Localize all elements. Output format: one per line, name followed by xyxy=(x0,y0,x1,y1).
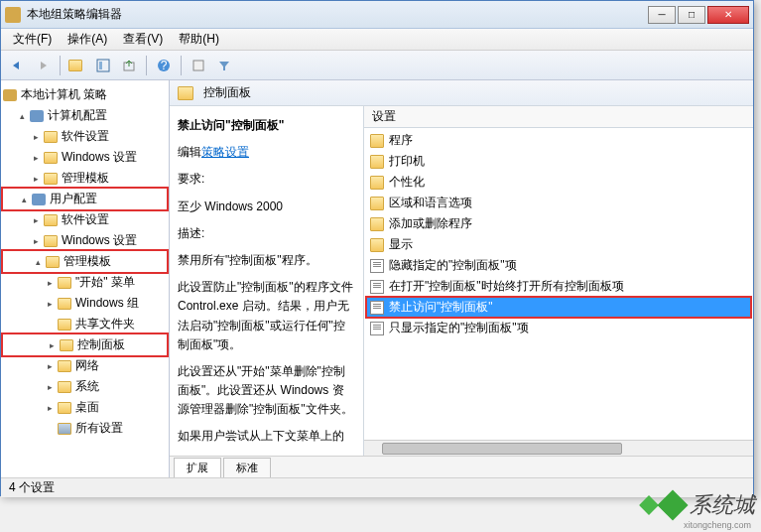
tab-extended[interactable]: 扩展 xyxy=(174,458,221,477)
window-title: 本地组策略编辑器 xyxy=(27,6,648,23)
tree-root[interactable]: 本地计算机 策略 xyxy=(3,84,167,105)
folder-icon xyxy=(44,173,58,185)
folder-icon xyxy=(370,155,384,169)
help-button[interactable]: ? xyxy=(152,54,176,77)
minimize-button[interactable]: ─ xyxy=(648,6,676,24)
expand-icon[interactable]: ▸ xyxy=(45,298,56,309)
expand-icon[interactable]: ▸ xyxy=(45,277,56,288)
back-button[interactable] xyxy=(5,54,29,77)
filter-button[interactable] xyxy=(212,54,236,77)
filter-icon xyxy=(217,59,231,72)
tree-network[interactable]: ▸网络 xyxy=(3,355,167,376)
setting-item[interactable]: 显示 xyxy=(366,234,751,255)
setting-item[interactable]: 打印机 xyxy=(366,151,751,172)
tree-system[interactable]: ▸系统 xyxy=(3,376,167,397)
setting-item[interactable]: 只显示指定的"控制面板"项 xyxy=(366,318,751,338)
menubar: 文件(F) 操作(A) 查看(V) 帮助(H) xyxy=(1,29,753,51)
arrow-left-icon xyxy=(9,60,25,71)
export-button[interactable] xyxy=(117,54,141,77)
setting-label: 禁止访问"控制面板" xyxy=(389,299,493,316)
folder-icon xyxy=(370,238,384,252)
tree-user-config[interactable]: ▴用户配置 xyxy=(5,189,165,209)
collapse-icon[interactable]: ▴ xyxy=(19,194,30,204)
svg-rect-1 xyxy=(99,62,102,69)
setting-item[interactable]: 添加或删除程序 xyxy=(366,213,751,234)
expand-icon[interactable]: ▸ xyxy=(31,173,42,184)
tree-windows-group[interactable]: ▸Windows 组 xyxy=(3,293,167,314)
show-hide-tree-button[interactable] xyxy=(91,54,115,77)
setting-item[interactable]: 程序 xyxy=(366,130,751,151)
tree-all-settings[interactable]: 所有设置 xyxy=(3,418,167,439)
expand-icon[interactable]: ▸ xyxy=(45,402,56,413)
tree-control-panel[interactable]: ▸控制面板 xyxy=(5,334,165,355)
menu-help[interactable]: 帮助(H) xyxy=(171,29,227,50)
tree-label: Windows 组 xyxy=(75,295,139,312)
menu-file[interactable]: 文件(F) xyxy=(5,29,60,50)
tree-software-settings-user[interactable]: ▸软件设置 xyxy=(3,209,167,230)
collapse-icon[interactable]: ▴ xyxy=(17,110,28,121)
setting-label: 个性化 xyxy=(389,174,425,191)
folder-icon xyxy=(58,298,71,310)
collapse-icon[interactable]: ▴ xyxy=(33,256,44,267)
tree-admin-templates-user[interactable]: ▴管理模板 xyxy=(5,251,165,272)
tree-start-menu[interactable]: ▸"开始" 菜单 xyxy=(3,272,167,293)
toolbar-separator xyxy=(60,56,61,75)
forward-button[interactable] xyxy=(31,54,55,77)
tree-admin-templates[interactable]: ▸管理模板 xyxy=(3,168,167,189)
gear-folder-icon xyxy=(58,423,71,435)
view-tabs: 扩展 标准 xyxy=(170,456,753,477)
expand-icon[interactable]: ▸ xyxy=(45,360,56,371)
description-text-2: 此设置防止"控制面板"的程序文件 Control.exe 启动。结果，用户无法启… xyxy=(178,278,355,354)
expand-icon[interactable]: ▸ xyxy=(45,381,56,392)
tree-computer-config[interactable]: ▴计算机配置 xyxy=(3,105,167,126)
close-button[interactable]: ✕ xyxy=(707,6,749,24)
setting-item[interactable]: 个性化 xyxy=(366,172,751,193)
path-label: 控制面板 xyxy=(203,84,251,101)
folder-icon xyxy=(370,176,384,190)
tree-windows-settings-user[interactable]: ▸Windows 设置 xyxy=(3,230,167,251)
up-button[interactable] xyxy=(65,54,89,77)
folder-icon xyxy=(44,131,58,143)
policy-doc-icon xyxy=(370,259,384,273)
highlight-control-panel: ▸控制面板 xyxy=(1,332,169,357)
folder-icon xyxy=(58,277,71,289)
requirements-text: 至少 Windows 2000 xyxy=(178,198,355,216)
tree-pane[interactable]: 本地计算机 策略 ▴计算机配置 ▸软件设置 ▸Windows 设置 ▸管理模板 … xyxy=(1,80,170,477)
expand-icon[interactable]: ▸ xyxy=(31,214,42,225)
highlight-admin-templates: ▴管理模板 xyxy=(1,249,169,274)
setting-item[interactable]: 区域和语言选项 xyxy=(366,193,751,213)
setting-item[interactable]: 在打开"控制面板"时始终打开所有控制面板项 xyxy=(366,276,751,297)
tree-label: "开始" 菜单 xyxy=(75,274,135,291)
setting-label: 程序 xyxy=(389,132,413,149)
settings-list[interactable]: 程序打印机个性化区域和语言选项添加或删除程序显示隐藏指定的"控制面板"项在打开"… xyxy=(364,128,753,440)
setting-item[interactable]: 禁止访问"控制面板" xyxy=(366,297,751,318)
folder-icon xyxy=(178,86,193,100)
menu-view[interactable]: 查看(V) xyxy=(115,29,171,50)
tab-standard[interactable]: 标准 xyxy=(223,458,271,477)
tree-label: 软件设置 xyxy=(62,128,109,145)
app-icon xyxy=(5,7,21,23)
setting-item[interactable]: 隐藏指定的"控制面板"项 xyxy=(366,255,751,276)
tree-label: 桌面 xyxy=(75,399,99,416)
expand-icon[interactable]: ▸ xyxy=(47,339,58,350)
folder-icon xyxy=(58,402,71,414)
expand-icon[interactable]: ▸ xyxy=(31,131,42,142)
tree-label: Windows 设置 xyxy=(62,149,137,166)
folder-icon xyxy=(58,319,71,331)
setting-label: 只显示指定的"控制面板"项 xyxy=(389,320,529,336)
toolbar: ? xyxy=(1,51,753,80)
tree-shared-folders[interactable]: 共享文件夹 xyxy=(3,314,167,334)
maximize-button[interactable]: □ xyxy=(678,6,705,24)
export-icon xyxy=(122,59,136,72)
horizontal-scrollbar[interactable] xyxy=(364,440,753,456)
expand-icon[interactable]: ▸ xyxy=(31,152,42,163)
properties-button[interactable] xyxy=(187,54,210,77)
tree-software-settings[interactable]: ▸软件设置 xyxy=(3,126,167,147)
tree-windows-settings[interactable]: ▸Windows 设置 xyxy=(3,147,167,168)
tree-desktop[interactable]: ▸桌面 xyxy=(3,397,167,418)
watermark-url: xitongcheng.com xyxy=(684,520,751,530)
expand-icon[interactable]: ▸ xyxy=(31,235,42,246)
menu-action[interactable]: 操作(A) xyxy=(60,29,115,50)
settings-column-header[interactable]: 设置 xyxy=(364,106,753,128)
edit-policy-link[interactable]: 策略设置 xyxy=(201,145,249,159)
